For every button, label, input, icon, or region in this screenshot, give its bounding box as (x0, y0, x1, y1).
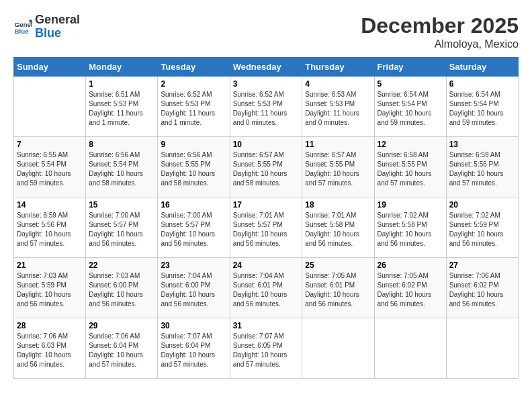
calendar-cell (446, 318, 518, 379)
day-number: 11 (305, 140, 371, 149)
day-number: 6 (449, 79, 515, 89)
day-number: 29 (89, 321, 154, 330)
day-info: Sunrise: 6:51 AM Sunset: 5:53 PM Dayligh… (89, 90, 154, 128)
day-number: 19 (378, 200, 443, 210)
calendar-cell: 14Sunrise: 6:59 AM Sunset: 5:56 PM Dayli… (14, 197, 86, 258)
day-number: 21 (17, 261, 83, 270)
day-info: Sunrise: 7:04 AM Sunset: 6:00 PM Dayligh… (161, 271, 226, 309)
day-number: 10 (233, 140, 300, 149)
day-number: 30 (161, 321, 226, 330)
calendar-cell (14, 77, 86, 137)
calendar-cell: 6Sunrise: 6:54 AM Sunset: 5:54 PM Daylig… (446, 77, 518, 137)
day-number: 20 (449, 200, 515, 210)
title-block: December 2025 Almoloya, Mexico (361, 13, 519, 50)
day-number: 23 (161, 261, 226, 270)
calendar-cell: 11Sunrise: 6:57 AM Sunset: 5:55 PM Dayli… (302, 137, 374, 197)
weekday-header: Wednesday (230, 58, 302, 77)
day-info: Sunrise: 6:55 AM Sunset: 5:54 PM Dayligh… (17, 150, 83, 188)
day-number: 16 (161, 200, 226, 210)
day-number: 31 (233, 321, 300, 330)
calendar-cell: 26Sunrise: 7:05 AM Sunset: 6:02 PM Dayli… (374, 258, 446, 318)
calendar-body: 1Sunrise: 6:51 AM Sunset: 5:53 PM Daylig… (14, 77, 519, 379)
calendar-cell: 4Sunrise: 6:53 AM Sunset: 5:53 PM Daylig… (302, 77, 374, 137)
calendar-cell: 8Sunrise: 6:56 AM Sunset: 5:54 PM Daylig… (86, 137, 158, 197)
calendar-header: SundayMondayTuesdayWednesdayThursdayFrid… (14, 58, 519, 77)
calendar-cell: 2Sunrise: 6:52 AM Sunset: 5:53 PM Daylig… (158, 77, 230, 137)
weekday-header: Sunday (14, 58, 86, 77)
day-number: 25 (305, 261, 371, 270)
location: Almoloya, Mexico (361, 38, 519, 50)
day-number: 12 (378, 140, 443, 149)
day-info: Sunrise: 7:04 AM Sunset: 6:01 PM Dayligh… (233, 271, 300, 309)
weekday-header: Monday (86, 58, 158, 77)
day-info: Sunrise: 7:01 AM Sunset: 5:58 PM Dayligh… (305, 211, 371, 248)
calendar-cell: 10Sunrise: 6:57 AM Sunset: 5:55 PM Dayli… (230, 137, 302, 197)
day-info: Sunrise: 7:00 AM Sunset: 5:57 PM Dayligh… (161, 211, 226, 248)
day-number: 4 (305, 79, 371, 89)
weekday-header: Saturday (446, 58, 518, 77)
day-info: Sunrise: 7:07 AM Sunset: 6:04 PM Dayligh… (161, 332, 226, 369)
calendar-cell: 17Sunrise: 7:01 AM Sunset: 5:57 PM Dayli… (230, 197, 302, 258)
day-number: 28 (17, 321, 83, 330)
day-number: 9 (161, 140, 226, 149)
logo-general: General (35, 13, 80, 27)
day-info: Sunrise: 7:06 AM Sunset: 6:02 PM Dayligh… (449, 271, 515, 309)
svg-text:Blue: Blue (14, 28, 29, 35)
day-info: Sunrise: 6:54 AM Sunset: 5:54 PM Dayligh… (378, 90, 443, 128)
calendar-cell: 16Sunrise: 7:00 AM Sunset: 5:57 PM Dayli… (158, 197, 230, 258)
logo-icon: General Blue (13, 17, 32, 36)
day-number: 22 (89, 261, 154, 270)
calendar-cell: 18Sunrise: 7:01 AM Sunset: 5:58 PM Dayli… (302, 197, 374, 258)
calendar-week-row: 21Sunrise: 7:03 AM Sunset: 5:59 PM Dayli… (14, 258, 519, 318)
calendar-cell: 13Sunrise: 6:59 AM Sunset: 5:56 PM Dayli… (446, 137, 518, 197)
logo-blue: Blue (35, 27, 80, 40)
day-info: Sunrise: 6:56 AM Sunset: 5:55 PM Dayligh… (161, 150, 226, 188)
day-info: Sunrise: 7:00 AM Sunset: 5:57 PM Dayligh… (89, 211, 154, 248)
calendar-cell: 15Sunrise: 7:00 AM Sunset: 5:57 PM Dayli… (86, 197, 158, 258)
calendar-table: SundayMondayTuesdayWednesdayThursdayFrid… (13, 57, 519, 379)
day-info: Sunrise: 7:01 AM Sunset: 5:57 PM Dayligh… (233, 211, 300, 248)
calendar-cell: 25Sunrise: 7:05 AM Sunset: 6:01 PM Dayli… (302, 258, 374, 318)
weekday-row: SundayMondayTuesdayWednesdayThursdayFrid… (14, 58, 519, 77)
calendar-cell: 3Sunrise: 6:52 AM Sunset: 5:53 PM Daylig… (230, 77, 302, 137)
calendar-cell: 21Sunrise: 7:03 AM Sunset: 5:59 PM Dayli… (14, 258, 86, 318)
day-number: 18 (305, 200, 371, 210)
day-info: Sunrise: 7:02 AM Sunset: 5:58 PM Dayligh… (378, 211, 443, 248)
day-info: Sunrise: 6:59 AM Sunset: 5:56 PM Dayligh… (17, 211, 83, 248)
day-number: 15 (89, 200, 154, 210)
calendar-week-row: 7Sunrise: 6:55 AM Sunset: 5:54 PM Daylig… (14, 137, 519, 197)
day-info: Sunrise: 7:06 AM Sunset: 6:03 PM Dayligh… (17, 332, 83, 369)
weekday-header: Thursday (302, 58, 374, 77)
calendar-cell: 27Sunrise: 7:06 AM Sunset: 6:02 PM Dayli… (446, 258, 518, 318)
calendar-cell: 7Sunrise: 6:55 AM Sunset: 5:54 PM Daylig… (14, 137, 86, 197)
day-info: Sunrise: 6:57 AM Sunset: 5:55 PM Dayligh… (233, 150, 300, 188)
day-number: 7 (17, 140, 83, 149)
day-number: 27 (449, 261, 515, 270)
logo: General Blue General Blue (13, 13, 80, 40)
calendar-cell: 28Sunrise: 7:06 AM Sunset: 6:03 PM Dayli… (14, 318, 86, 379)
calendar-cell: 23Sunrise: 7:04 AM Sunset: 6:00 PM Dayli… (158, 258, 230, 318)
calendar-cell: 5Sunrise: 6:54 AM Sunset: 5:54 PM Daylig… (374, 77, 446, 137)
day-info: Sunrise: 7:03 AM Sunset: 6:00 PM Dayligh… (89, 271, 154, 309)
day-info: Sunrise: 6:57 AM Sunset: 5:55 PM Dayligh… (305, 150, 371, 188)
day-number: 5 (378, 79, 443, 89)
page-header: General Blue General Blue December 2025 … (13, 13, 519, 50)
day-number: 1 (89, 79, 154, 89)
calendar-cell: 1Sunrise: 6:51 AM Sunset: 5:53 PM Daylig… (86, 77, 158, 137)
day-info: Sunrise: 7:03 AM Sunset: 5:59 PM Dayligh… (17, 271, 83, 309)
calendar-cell: 20Sunrise: 7:02 AM Sunset: 5:59 PM Dayli… (446, 197, 518, 258)
month-title: December 2025 (361, 13, 519, 38)
day-info: Sunrise: 7:07 AM Sunset: 6:05 PM Dayligh… (233, 332, 300, 369)
day-info: Sunrise: 7:02 AM Sunset: 5:59 PM Dayligh… (449, 211, 515, 248)
day-number: 13 (449, 140, 515, 149)
calendar-cell: 24Sunrise: 7:04 AM Sunset: 6:01 PM Dayli… (230, 258, 302, 318)
calendar-cell: 12Sunrise: 6:58 AM Sunset: 5:55 PM Dayli… (374, 137, 446, 197)
logo-text: General Blue (35, 13, 80, 40)
calendar-week-row: 28Sunrise: 7:06 AM Sunset: 6:03 PM Dayli… (14, 318, 519, 379)
calendar-cell: 19Sunrise: 7:02 AM Sunset: 5:58 PM Dayli… (374, 197, 446, 258)
weekday-header: Tuesday (158, 58, 230, 77)
calendar-week-row: 14Sunrise: 6:59 AM Sunset: 5:56 PM Dayli… (14, 197, 519, 258)
day-info: Sunrise: 7:05 AM Sunset: 6:01 PM Dayligh… (305, 271, 371, 309)
day-number: 26 (378, 261, 443, 270)
day-number: 3 (233, 79, 300, 89)
